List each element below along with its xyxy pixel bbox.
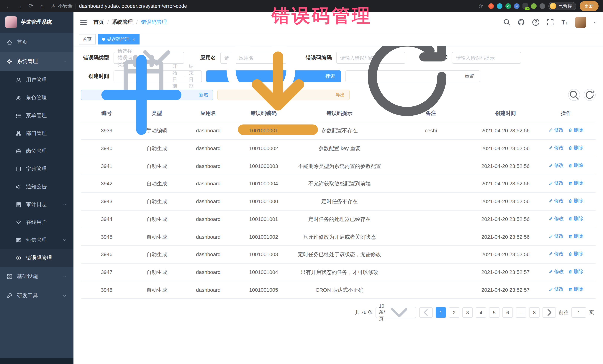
- edit-button[interactable]: 修改: [548, 162, 564, 169]
- export-button[interactable]: 导出: [218, 90, 349, 100]
- sidebar-item-menu[interactable]: 菜单管理: [0, 107, 73, 124]
- edit-button[interactable]: 修改: [548, 180, 564, 187]
- green-dot-extension[interactable]: [531, 3, 536, 9]
- delete-button[interactable]: 删除: [568, 268, 583, 276]
- green-check-extension[interactable]: ✓: [505, 3, 511, 9]
- sidebar-collapse-bar[interactable]: [0, 358, 73, 364]
- breadcrumb-system[interactable]: 系统管理: [112, 19, 133, 26]
- tab-error-code[interactable]: 错误码管理×: [98, 34, 139, 44]
- delete-button[interactable]: 删除: [568, 215, 583, 222]
- pin-extension[interactable]: [539, 3, 545, 9]
- edit-button[interactable]: 修改: [548, 215, 564, 222]
- reset-button[interactable]: 重置: [346, 70, 480, 82]
- forward-icon[interactable]: →: [16, 3, 24, 9]
- sidebar-item-dict[interactable]: 字典管理: [0, 160, 73, 178]
- github-icon[interactable]: [517, 18, 525, 26]
- dept-icon: [16, 131, 22, 136]
- tab-label: 错误码管理: [107, 36, 129, 43]
- next-page-button[interactable]: [543, 307, 556, 318]
- delete-icon: [568, 146, 573, 150]
- delete-button[interactable]: 删除: [568, 286, 583, 293]
- tab-home[interactable]: 首页: [79, 34, 96, 44]
- breadcrumb-home[interactable]: 首页: [93, 19, 104, 26]
- goto-page-input[interactable]: [571, 307, 586, 318]
- sidebar-item-infra[interactable]: 基础设施: [0, 267, 73, 286]
- reload-icon[interactable]: ⟳: [27, 3, 35, 9]
- page-button-1[interactable]: 1: [436, 307, 446, 318]
- sidebar-item-error-code[interactable]: 错误码管理: [0, 249, 73, 267]
- avatar[interactable]: [575, 17, 586, 28]
- browser-update-button[interactable]: 更新: [580, 1, 599, 11]
- back-icon[interactable]: ←: [4, 3, 13, 9]
- search-icon[interactable]: [503, 18, 511, 26]
- sidebar-item-audit-log[interactable]: 审计日志: [0, 196, 73, 213]
- edit-button[interactable]: 修改: [548, 233, 564, 240]
- delete-button[interactable]: 删除: [568, 251, 583, 258]
- page-button-4[interactable]: 4: [476, 307, 486, 318]
- page-button-6[interactable]: 6: [502, 307, 513, 318]
- close-icon[interactable]: ×: [132, 37, 135, 42]
- profile-chip[interactable]: 已暂停: [548, 2, 576, 10]
- sidebar-item-user[interactable]: 用户管理: [0, 71, 73, 89]
- refresh-icon: [351, 46, 463, 132]
- edit-button[interactable]: 修改: [548, 144, 564, 151]
- edit-button[interactable]: 修改: [548, 198, 564, 205]
- sidebar-item-label: 部门管理: [26, 130, 47, 137]
- add-button[interactable]: 新增: [81, 90, 213, 100]
- fullscreen-icon[interactable]: [546, 18, 554, 26]
- on-badge-extension[interactable]: on: [522, 3, 528, 9]
- sidebar-item-dept[interactable]: 部门管理: [0, 124, 73, 142]
- browser-home-icon[interactable]: ⌂: [38, 3, 46, 9]
- red-circle-extension[interactable]: [488, 3, 494, 9]
- delete-button[interactable]: 删除: [568, 162, 583, 169]
- delete-button[interactable]: 删除: [568, 198, 583, 205]
- delete-button[interactable]: 删除: [568, 144, 583, 151]
- cell-type: 自动生成: [132, 263, 181, 281]
- delete-button[interactable]: 删除: [568, 180, 583, 187]
- sidebar-item-dev-tool[interactable]: 研发工具: [0, 286, 73, 305]
- error-code-value: 1001000001: [249, 128, 278, 133]
- chevron-down-icon[interactable]: [593, 20, 597, 24]
- sidebar-item-system[interactable]: 系统管理: [0, 52, 73, 71]
- cell-actions: 修改删除: [536, 139, 596, 157]
- page-button-3[interactable]: 3: [462, 307, 473, 318]
- people-extension[interactable]: ☺: [514, 3, 519, 9]
- app-logo-row[interactable]: 芋道管理系统: [0, 12, 73, 33]
- table-row: 3946自动生成dashboard1001001003定时任务已经处于该状态，无…: [81, 246, 596, 263]
- edit-button[interactable]: 修改: [548, 251, 564, 258]
- sidebar-item-role[interactable]: 角色管理: [0, 89, 73, 107]
- edit-icon: [548, 269, 553, 274]
- page-size-select[interactable]: 10条/页: [376, 307, 416, 318]
- page-button-5[interactable]: 5: [489, 307, 499, 318]
- delete-button[interactable]: 删除: [568, 127, 583, 134]
- bookmark-star-icon[interactable]: ☆: [477, 3, 485, 9]
- delete-button[interactable]: 删除: [568, 233, 583, 240]
- cell-code: 1001001004: [235, 263, 292, 281]
- sidebar-item-sms[interactable]: 短信管理: [0, 231, 73, 249]
- edit-button[interactable]: 修改: [548, 127, 564, 134]
- sidebar-item-notice[interactable]: 通知公告: [0, 178, 73, 196]
- page-button-8[interactable]: 8: [529, 307, 540, 318]
- page-ellipsis[interactable]: ...: [516, 307, 526, 318]
- toggle-search-button[interactable]: [568, 89, 580, 101]
- error-code-value: 1001001004: [249, 269, 278, 275]
- sidebar-item-home[interactable]: 首页: [0, 33, 73, 52]
- sidebar-item-label: 审计日志: [26, 201, 47, 208]
- download-icon: [222, 46, 334, 151]
- edit-button[interactable]: 修改: [548, 286, 564, 293]
- cell-id: 3948: [81, 281, 132, 298]
- sidebar-item-post[interactable]: 岗位管理: [0, 142, 73, 160]
- page-button-2[interactable]: 2: [449, 307, 459, 318]
- hamburger-icon[interactable]: [79, 18, 88, 26]
- font-size-icon[interactable]: TT: [561, 18, 569, 26]
- refresh-table-button[interactable]: [584, 89, 596, 101]
- edit-button[interactable]: 修改: [548, 268, 564, 276]
- teal-drop-extension[interactable]: [497, 3, 502, 9]
- sidebar-item-online-user[interactable]: 在线用户: [0, 213, 73, 231]
- cell-remark: [387, 246, 475, 263]
- help-icon[interactable]: [532, 18, 540, 26]
- prev-page-button[interactable]: [419, 307, 433, 318]
- cell-msg: 只允许修改为开启或者关闭状态: [292, 228, 387, 246]
- table-row: 3947自动生成dashboard1001001004只有开启状态的任务，才可以…: [81, 263, 596, 281]
- address-bar[interactable]: ⚠ 不安全 | dashboard.yudao.iocoder.cn/syste…: [51, 3, 187, 9]
